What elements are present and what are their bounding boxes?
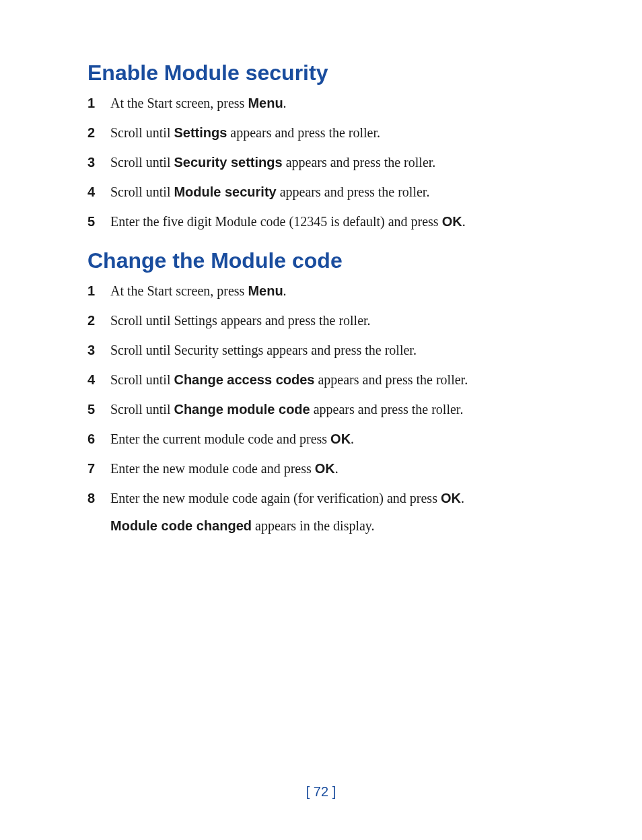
step-item: 3Scroll until Security settings appears … [87,341,555,359]
step-item: 2Scroll until Settings appears and press… [87,311,555,330]
step-number: 3 [87,343,110,358]
step-number: 4 [87,372,110,388]
step-item: 3Scroll until Security settings appears … [87,153,555,172]
step-text: Scroll until Change access codes appears… [110,370,555,389]
step-number: 4 [87,184,110,200]
step-item: 7Enter the new module code and press OK. [87,459,555,478]
step-number: 7 [87,461,110,477]
step-item: 4Scroll until Module security appears an… [87,182,555,201]
step-text: Enter the new module code and press OK. [110,459,555,478]
step-item: 8Enter the new module code again (for ve… [87,489,555,508]
step-text: Scroll until Settings appears and press … [110,123,555,142]
step-number: 8 [87,491,110,506]
step-text: Scroll until Security settings appears a… [110,341,555,359]
step-text: Enter the current module code and press … [110,429,555,448]
step-item: 1At the Start screen, press Menu. [87,281,555,300]
steps-list-1: 1At the Start screen, press Menu.2Scroll… [87,94,555,231]
step-number: 5 [87,402,110,417]
step-number: 3 [87,155,110,170]
step-text: Enter the new module code again (for ver… [110,489,555,508]
step-number: 1 [87,283,110,299]
trailing-note: Module code changed appears in the displ… [110,518,555,534]
step-text: At the Start screen, press Menu. [110,281,555,300]
step-text: Scroll until Settings appears and press … [110,311,555,330]
step-text: Enter the five digit Module code (12345 … [110,212,555,231]
page-number: [ 72 ] [0,784,642,800]
step-item: 5Enter the five digit Module code (12345… [87,212,555,231]
step-number: 6 [87,431,110,447]
step-item: 2Scroll until Settings appears and press… [87,123,555,142]
step-item: 6Enter the current module code and press… [87,429,555,448]
steps-list-2: 1At the Start screen, press Menu.2Scroll… [87,281,555,508]
section-heading-1: Enable Module security [87,61,555,85]
step-number: 5 [87,214,110,230]
step-text: At the Start screen, press Menu. [110,94,555,112]
step-item: 1At the Start screen, press Menu. [87,94,555,112]
step-number: 2 [87,313,110,328]
step-text: Scroll until Module security appears and… [110,182,555,201]
step-item: 5Scroll until Change module code appears… [87,400,555,419]
step-text: Scroll until Security settings appears a… [110,153,555,172]
step-item: 4Scroll until Change access codes appear… [87,370,555,389]
step-text: Scroll until Change module code appears … [110,400,555,419]
step-number: 1 [87,96,110,111]
section-heading-2: Change the Module code [87,248,555,273]
step-number: 2 [87,125,110,141]
